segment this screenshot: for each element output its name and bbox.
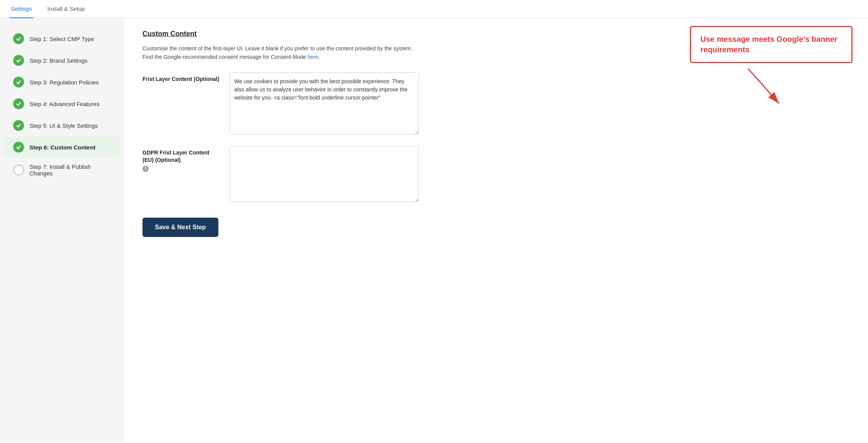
sidebar-item-step7[interactable]: Step 7: Install & Publish Changes	[4, 158, 120, 182]
sidebar-item-step2[interactable]: Step 2: Brand Settings	[4, 50, 120, 71]
step1-icon	[13, 33, 24, 44]
sidebar-item-step3[interactable]: Step 3: Regulation Policies	[4, 72, 120, 93]
tabs-bar: Settings Install & Setup	[0, 0, 868, 18]
step5-icon	[13, 120, 24, 131]
description-suffix: .	[319, 54, 320, 60]
frist-layer-label: Frist Layer Content (Optional)	[142, 72, 220, 83]
step7-label: Step 7: Install & Publish Changes	[29, 163, 111, 177]
arrow-annotation	[740, 65, 787, 111]
description: Customise the content of the first-layer…	[142, 44, 413, 62]
step3-icon	[13, 77, 24, 88]
description-link[interactable]: here	[307, 54, 318, 60]
content-area: Use message meets Google's banner requir…	[124, 18, 868, 442]
save-next-step-button[interactable]: Save & Next Step	[142, 218, 218, 237]
gdpr-frist-layer-label: GDPR Frist Layer Content (EU) (Optional)…	[142, 146, 220, 173]
step7-icon	[13, 165, 24, 175]
tooltip-text: Use message meets Google's banner requir…	[700, 35, 837, 54]
frist-layer-textarea[interactable]	[229, 72, 419, 134]
description-text: Customise the content of the first-layer…	[142, 45, 412, 60]
step6-label: Step 6: Custom Content	[29, 144, 96, 151]
main-layout: Step 1: Select CMP Type Step 2: Brand Se…	[0, 18, 868, 442]
sidebar-item-step4[interactable]: Step 4: Advanced Features	[4, 93, 120, 114]
sidebar-item-step1[interactable]: Step 1: Select CMP Type	[4, 28, 120, 49]
tab-settings[interactable]: Settings	[9, 0, 33, 18]
sidebar: Step 1: Select CMP Type Step 2: Brand Se…	[0, 18, 124, 442]
sidebar-item-step5[interactable]: Step 5: UI & Style Settings	[4, 115, 120, 136]
gdpr-frist-layer-content-row: GDPR Frist Layer Content (EU) (Optional)…	[142, 146, 849, 202]
step4-icon	[13, 98, 24, 109]
tooltip-box: Use message meets Google's banner requir…	[690, 26, 853, 63]
tab-install-setup[interactable]: Install & Setup	[46, 0, 86, 18]
step5-label: Step 5: UI & Style Settings	[29, 122, 98, 129]
svg-line-1	[748, 69, 779, 103]
step1-label: Step 1: Select CMP Type	[29, 36, 94, 42]
sidebar-item-step6[interactable]: Step 6: Custom Content	[4, 137, 120, 158]
step2-label: Step 2: Brand Settings	[29, 57, 87, 64]
step3-label: Step 3: Regulation Policies	[29, 79, 99, 86]
step6-icon	[13, 142, 24, 153]
step2-icon	[13, 55, 24, 66]
gdpr-frist-layer-textarea[interactable]	[229, 146, 419, 202]
gdpr-help-icon[interactable]: ?	[142, 166, 149, 172]
step4-label: Step 4: Advanced Features	[29, 101, 99, 107]
